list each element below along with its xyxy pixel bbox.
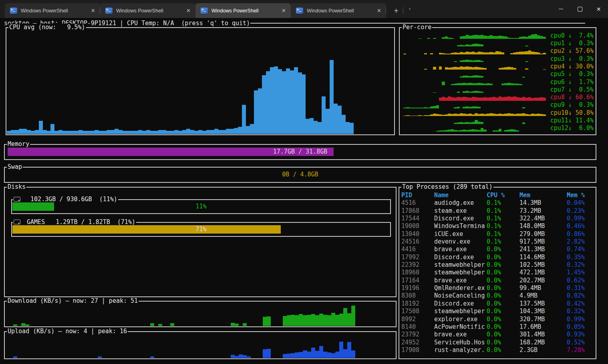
core-spark-bar [501, 97, 504, 101]
download-panel: Download (KB/s) — now: 27 | peak: 51 [4, 301, 397, 327]
core-spark-bar [418, 108, 421, 108]
cpu-avg-bar [142, 131, 146, 134]
core-spark-bar [504, 114, 507, 116]
process-name: Discord.exe [434, 215, 487, 222]
core-spark-bar [510, 53, 513, 54]
upload-bar [319, 346, 323, 358]
cpu-avg-bar [66, 131, 70, 134]
upload-bar [295, 352, 299, 358]
process-mem-pct: 1.45% [567, 269, 594, 276]
cpu-avg-bar [210, 130, 214, 134]
core-spark-bar [525, 51, 528, 54]
upload-bar [291, 353, 295, 358]
core-spark-bar [475, 130, 477, 132]
maximize-button[interactable] [570, 0, 589, 18]
core-spark-bar [501, 114, 504, 116]
top-processes-panel: Top Processes (289 total) PIDNameCPU %Me… [399, 187, 596, 359]
core-row-cpu11: cpu11↓ 11.4% [403, 116, 594, 124]
core-label-cpu11: cpu11↓ 11.4% [548, 117, 594, 124]
core-spark-bar [469, 92, 471, 93]
download-bar [235, 324, 239, 326]
cpu-avg-bar [222, 130, 226, 134]
core-spark-bar [483, 84, 486, 85]
core-spark-bar [463, 36, 465, 39]
cpu-avg-bar [246, 126, 250, 134]
process-cpu: 0.1% [487, 230, 519, 238]
core-spark-bar [460, 52, 463, 54]
core-spark-bar [499, 68, 501, 70]
process-name: steamwebhelper [434, 261, 487, 269]
core-spark-bar [403, 116, 406, 116]
process-mem: 322.4MB [519, 215, 567, 222]
close-window-button[interactable]: ✕ [589, 0, 608, 18]
core-spark-bar [466, 114, 469, 116]
process-cpu: 0.1% [487, 222, 519, 230]
core-spark-bar [448, 68, 451, 70]
core-spark-bar [433, 106, 436, 108]
core-spark-bar [436, 114, 439, 116]
tab-close-button[interactable]: ✕ [186, 8, 191, 14]
cpu-avg-bar [310, 118, 314, 134]
cpu-avg-bar [226, 129, 230, 134]
core-spark-bar [475, 35, 477, 39]
process-mem: 168.2MB [519, 339, 567, 346]
tab-close-button[interactable]: ✕ [91, 8, 95, 14]
cpu-avg-bar [258, 88, 262, 134]
core-spark-bar [439, 114, 442, 116]
cpu-avg-bar [242, 105, 246, 134]
upload-bar [239, 354, 243, 358]
process-mem-pct: 0.02% [567, 292, 594, 300]
cpu-avg-bar [166, 131, 170, 134]
cpu-avg-bar [115, 129, 119, 134]
tab-windows-powershell-2[interactable]: >_Windows PowerShell✕ [100, 3, 195, 18]
new-tab-button[interactable]: + [390, 3, 402, 18]
tab-windows-powershell-1[interactable]: >_Windows PowerShell✕ [5, 3, 100, 18]
cpu-avg-bar [87, 131, 91, 134]
core-spark-bar [531, 52, 534, 54]
upload-bar [98, 356, 102, 358]
tab-dropdown-button[interactable]: ˅ [404, 3, 416, 18]
minimize-button[interactable] [552, 0, 570, 18]
tab-close-button[interactable]: ✕ [377, 8, 381, 14]
process-pid: 8140 [401, 323, 434, 331]
core-spark-bar [513, 114, 516, 116]
process-mem-pct: 0.99% [567, 215, 594, 222]
cpu-avg-bar [158, 130, 162, 134]
cpu-avg-bar [274, 66, 278, 134]
core-spark-bar [504, 130, 507, 132]
core-spark-bar [513, 68, 516, 70]
cpu-avg-bar [35, 130, 39, 134]
cpu-avg-bar [39, 121, 43, 134]
cpu-avg-bar [111, 130, 115, 134]
process-name: brave.exe [434, 331, 487, 338]
core-spark-bar [481, 114, 483, 116]
cpu-avg-bar [326, 109, 330, 134]
process-mem: 14.3MB [519, 199, 567, 207]
cpu-avg-bar [178, 131, 182, 134]
upload-bar [263, 349, 267, 358]
core-spark-bar [499, 36, 501, 39]
process-cpu: 0.0% [487, 261, 519, 269]
core-spark-bar [481, 98, 483, 101]
tab-title: Windows PowerShell [116, 8, 186, 14]
upload-bar [283, 354, 287, 358]
cpu-avg-bar [346, 122, 350, 134]
per-core-rows: cpu0 ↓ 7.4%cpu1 ↓ 0.3%cpu2 ↓ 57.6%cpu3 ↓… [403, 32, 594, 132]
core-spark-bar [424, 69, 427, 70]
core-spark-bar [460, 45, 463, 47]
cpu-avg-bar [135, 131, 139, 134]
tab-windows-powershell-3[interactable]: >_Windows PowerShell✕ [195, 3, 291, 18]
tab-title: Windows PowerShell [21, 8, 91, 14]
core-spark-bar [507, 96, 510, 101]
cpu-avg-bar [27, 130, 31, 134]
upload-bar [150, 356, 154, 358]
core-spark-bar [543, 114, 546, 116]
tab-close-button[interactable]: ✕ [282, 8, 286, 14]
cpu-avg-bar [254, 90, 258, 134]
tab-windows-powershell-4[interactable]: >_Windows PowerShell✕ [291, 3, 386, 18]
core-spark-bar [525, 37, 528, 39]
core-spark-bar [499, 96, 501, 100]
memory-title: Memory [7, 140, 30, 148]
core-spark-bar [454, 107, 457, 108]
core-spark-bar [415, 108, 418, 108]
